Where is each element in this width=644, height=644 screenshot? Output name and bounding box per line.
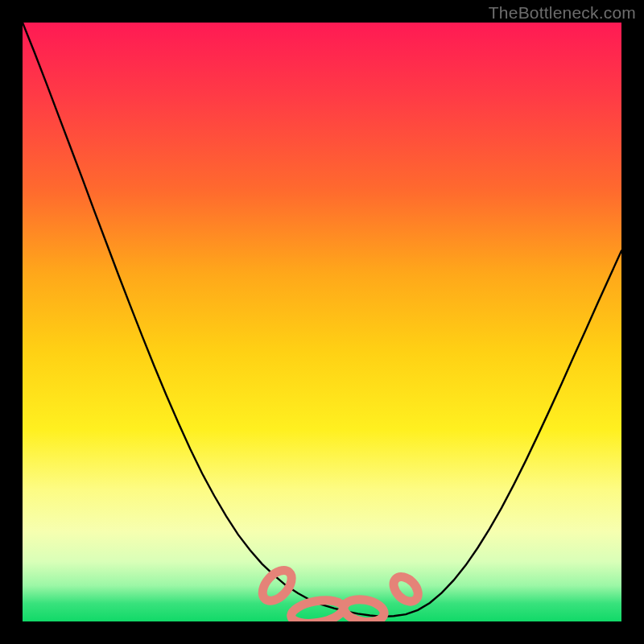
curve-layer: [23, 23, 621, 621]
outer-frame: TheBottleneck.com: [0, 0, 644, 644]
curve-bumps: [257, 565, 423, 621]
bump-lozenge: [389, 572, 423, 606]
bump-lozenge: [257, 565, 297, 606]
attribution-text: TheBottleneck.com: [489, 3, 636, 23]
bottleneck-curve: [23, 23, 621, 617]
bump-lozenge: [342, 597, 386, 621]
plot-area: [23, 23, 621, 621]
